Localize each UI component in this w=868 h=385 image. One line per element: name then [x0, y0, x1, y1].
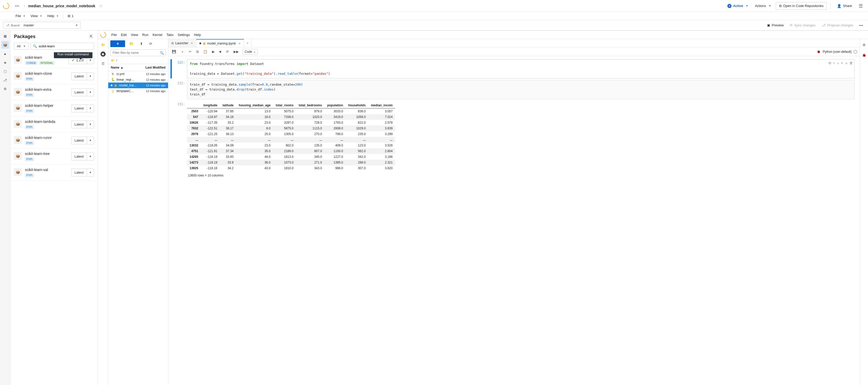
actions-menu-button[interactable]: Actions ▼ [752, 3, 774, 9]
running-terminals-icon[interactable]: ⏹ [100, 51, 106, 57]
add-tab-button[interactable]: + [244, 39, 251, 47]
run-icon[interactable]: ▶ [211, 49, 216, 54]
add-cell-icon[interactable]: ＋ [180, 49, 185, 55]
table-icon[interactable]: ▦ [1, 32, 9, 40]
stop-icon[interactable]: ■ [218, 49, 222, 54]
settings-icon[interactable]: ⚙ [1, 85, 9, 93]
close-tab-icon[interactable]: × [191, 41, 193, 45]
jup-help-menu[interactable]: Help [194, 33, 201, 37]
screen-icon[interactable]: ▢ [1, 67, 9, 75]
file-path-breadcrumb[interactable]: 📁 / [108, 57, 168, 64]
version-selector[interactable]: Latest▼ [71, 105, 94, 112]
jup-kernel-menu[interactable]: Kernel [153, 33, 162, 37]
package-item[interactable]: 📦scikit-learn-treePYPILatest▼ [10, 148, 98, 165]
debug-panel-icon[interactable]: 🐞 [861, 51, 868, 59]
file-row[interactable]: ▣model_trai…12 minutes ago [108, 82, 168, 88]
move-down-icon[interactable]: ↓ [837, 61, 839, 66]
package-item[interactable]: Run install command📦scikit-learnCONDAINT… [10, 52, 98, 68]
packages-icon[interactable]: 📦 [1, 41, 9, 49]
file-name-header[interactable]: Name ▲ [111, 66, 146, 69]
file-menu[interactable]: File▼ [13, 13, 27, 19]
move-up-icon[interactable]: ↑ [833, 61, 835, 66]
chart-icon[interactable]: ▲ [1, 50, 9, 58]
pipeline-button[interactable]: ⊞ 1 [66, 13, 75, 19]
import-package-icon[interactable]: ⇱ [89, 33, 94, 40]
view-menu[interactable]: View▼ [29, 13, 44, 19]
file-row[interactable]: 🐍linear_regr…12 minutes ago [108, 77, 168, 82]
delete-cell-icon[interactable]: 🗑 [849, 61, 853, 66]
jup-edit-menu[interactable]: Edit [121, 33, 127, 37]
chevron-down-icon[interactable]: ▼ [87, 105, 94, 112]
fast-forward-icon[interactable]: ▶▶ [232, 49, 240, 54]
jup-view-menu[interactable]: View [131, 33, 138, 37]
properties-panel-icon[interactable]: ☰ [857, 2, 865, 10]
package-item[interactable]: 📦scikit-learn-valPYPILatest▼ [10, 165, 98, 181]
chevron-down-icon[interactable]: ▼ [87, 73, 94, 80]
package-filter-dropdown[interactable]: All ▼ [14, 43, 29, 50]
save-icon[interactable]: 💾 [171, 49, 177, 54]
breadcrumb-more-icon[interactable]: ••• [13, 4, 21, 8]
chevron-down-icon[interactable]: ▼ [87, 169, 94, 176]
new-launcher-button[interactable]: + [110, 40, 125, 47]
paste-icon[interactable]: 📋 [202, 49, 209, 54]
notebook-tab[interactable]: ⧉Launcher× [168, 39, 196, 47]
chevron-down-icon[interactable]: ▼ [87, 137, 94, 144]
file-row[interactable]: Y:ci.yml12 minutes ago [108, 71, 168, 77]
insert-above-icon[interactable]: ⇱ [841, 61, 843, 66]
cut-icon[interactable]: ✂ [188, 49, 193, 54]
version-selector[interactable]: Latest▼ [71, 89, 94, 96]
package-search-input[interactable] [39, 44, 92, 48]
jup-file-menu[interactable]: File [111, 33, 117, 37]
favorite-star-icon[interactable]: ☆ [97, 3, 104, 8]
cell-type-select[interactable]: Code [242, 49, 258, 55]
insert-below-icon[interactable]: ⇲ [845, 61, 847, 66]
jup-run-menu[interactable]: Run [142, 33, 148, 37]
chevron-down-icon[interactable]: ▼ [87, 121, 94, 128]
version-selector[interactable]: Latest▼ [71, 120, 94, 128]
package-item[interactable]: 📦scikit-learn-extraPYPILatest▼ [10, 84, 98, 100]
gears-icon[interactable]: ⚙ [861, 41, 868, 48]
open-in-repo-button[interactable]: ⧉ Open in Code Repositories [776, 2, 827, 10]
package-item[interactable]: 📦scikit-learn-helperPYPILatest▼ [10, 100, 98, 116]
package-item[interactable]: 📦scikit-learn-clonePYPILatest▼ [10, 68, 98, 84]
package-item[interactable]: 📦scikit-learn-runnrPYPILatest▼ [10, 133, 98, 148]
notebook-tab[interactable]: ▣model_training.ipynb× [196, 39, 244, 47]
folder-icon[interactable]: 📁 [99, 41, 107, 48]
code-cell[interactable]: [3]: train_df = training_data.sample(fra… [170, 80, 855, 99]
version-selector[interactable]: Latest▼ [71, 137, 94, 144]
preview-button[interactable]: ▣ Preview [765, 22, 786, 28]
chevron-down-icon[interactable]: ▼ [87, 89, 94, 96]
toc-icon[interactable]: ☰ [99, 60, 107, 67]
more-options-icon[interactable]: ••• [857, 22, 865, 28]
code-input[interactable]: ⧉↑↓⇱⇲🗑from foundry.transforms import Dat… [187, 59, 855, 78]
git-icon[interactable]: ⎇ [1, 76, 9, 84]
package-item[interactable]: 📦scikit-learn-lambdaPYPILatest▼ [10, 116, 98, 133]
file-filter-input[interactable] [110, 49, 166, 56]
restart-icon[interactable]: ⟳ [225, 49, 230, 54]
version-selector[interactable]: Latest▼ [71, 153, 94, 161]
share-button[interactable]: 👤 Share [834, 3, 855, 9]
file-modified-header[interactable]: Last Modified [146, 66, 165, 69]
active-status-button[interactable]: ⚡ Active ▼ [725, 3, 750, 9]
kernel-status-icon[interactable] [854, 50, 857, 54]
jup-tabs-menu[interactable]: Tabs [166, 33, 174, 37]
chevron-down-icon[interactable]: ▼ [87, 153, 94, 160]
kernel-name[interactable]: Python [user-default] [823, 50, 851, 54]
refresh-icon[interactable]: ⟳ [147, 41, 154, 47]
code-input[interactable]: train_df = training_data.sample(frac=0.8… [187, 80, 855, 99]
cube-icon[interactable]: ◈ [1, 59, 9, 66]
branch-selector[interactable]: ⎇Branch master ▼ [3, 22, 81, 29]
code-cell[interactable]: [2]: ⧉↑↓⇱⇲🗑from foundry.transforms impor… [170, 59, 855, 78]
upload-icon[interactable]: ⬆ [138, 41, 145, 47]
help-menu[interactable]: Help▼ [45, 13, 61, 19]
package-search-box[interactable]: 🔍 [31, 43, 94, 50]
close-tab-icon[interactable]: × [239, 41, 241, 45]
jup-settings-menu[interactable]: Settings [178, 33, 190, 37]
version-selector[interactable]: Latest▼ [71, 72, 94, 80]
copy-icon[interactable]: ⧉ [195, 49, 200, 54]
debug-icon[interactable]: 🐞 [817, 50, 820, 54]
new-folder-icon[interactable]: 📁 [127, 41, 136, 47]
version-selector[interactable]: Latest▼ [71, 169, 94, 176]
duplicate-icon[interactable]: ⧉ [829, 61, 831, 66]
file-row[interactable]: {}templateC…12 minutes ago [108, 88, 168, 94]
